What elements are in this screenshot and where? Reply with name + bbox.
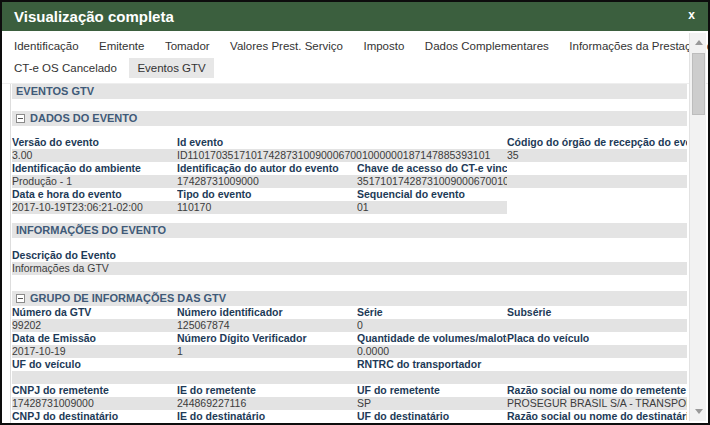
- field-label: UF do remetente: [357, 384, 507, 397]
- tab-row-2: CT-e OS Cancelado Eventos GTV: [6, 58, 684, 80]
- section-header-grupo-informacoes-gtv: GRUPO DE INFORMAÇÕES DAS GTV: [12, 291, 687, 306]
- field-label: Placa do veículo: [507, 332, 687, 345]
- spacer: [12, 275, 687, 291]
- section-title: DADOS DO EVENTO: [30, 111, 137, 126]
- field-value: 110170: [177, 201, 357, 214]
- field-value: 125067874: [177, 319, 357, 332]
- field-value: 3.00: [12, 149, 177, 162]
- field-labels-row: Data de Emissão Número Dígito Verificado…: [12, 332, 687, 345]
- field-value: 0.0000: [357, 345, 507, 358]
- field-label: UF do destinatário: [357, 410, 507, 423]
- field-values-row: 99202 125067874 0: [12, 319, 687, 332]
- field-label: Chave de acesso do CT-e vinculada ao eve…: [357, 162, 507, 175]
- scroll-down-icon[interactable]: [690, 403, 707, 419]
- field-label: CNPJ do destinatário: [12, 410, 177, 423]
- tab-cte-os-cancelado[interactable]: CT-e OS Cancelado: [6, 58, 125, 78]
- tab-eventos-gtv[interactable]: Eventos GTV: [129, 58, 213, 78]
- field-values-row: Produção - 1 17428731009000 351710174287…: [12, 175, 687, 188]
- field-label: Descrição do Evento: [12, 249, 177, 262]
- field-label: RNTRC do transportador: [357, 358, 507, 371]
- scroll-up-icon[interactable]: [690, 35, 707, 51]
- field-label: Número Dígito Verificador: [177, 332, 357, 345]
- field-label: Data de Emissão: [12, 332, 177, 345]
- collapse-minus-icon[interactable]: [16, 114, 25, 123]
- field-value: Produção - 1: [12, 175, 177, 188]
- field-value: SP: [357, 397, 507, 410]
- section-title: GRUPO DE INFORMAÇÕES DAS GTV: [30, 291, 226, 306]
- section-title: INFORMAÇÕES DO EVENTO: [16, 223, 166, 238]
- field-labels-row: CNPJ do remetente IE do remetente UF do …: [12, 384, 687, 397]
- tab-strip: Identificação Emitente Tomador Valores P…: [2, 31, 708, 80]
- field-value: 1: [177, 345, 357, 358]
- field-value: 2017-10-19T23:06:21-02:00: [12, 201, 177, 214]
- field-value: [357, 371, 507, 384]
- field-labels-row: Descrição do Evento: [12, 249, 687, 262]
- tab-emitente[interactable]: Emitente: [91, 36, 152, 56]
- field-label: UF do veículo: [12, 358, 177, 371]
- field-labels-row: Identificação do ambiente Identificação …: [12, 162, 687, 175]
- tab-imposto[interactable]: Imposto: [355, 36, 412, 56]
- field-values-row: 2017-10-19T23:06:21-02:00 110170 01: [12, 201, 687, 214]
- field-value: 17428731009000: [177, 175, 357, 188]
- field-value: 244869227116: [177, 397, 357, 410]
- field-labels-row: Versão do evento Id evento Código do órg…: [12, 136, 687, 149]
- field-value: 17428731009000: [12, 397, 177, 410]
- field-labels-row: Data e hora do evento Tipo do evento Seq…: [12, 188, 687, 201]
- field-labels-row: UF do veículo RNTRC do transportador: [12, 358, 687, 371]
- field-label: Número da GTV: [12, 306, 177, 319]
- close-icon[interactable]: x: [688, 8, 695, 22]
- field-value: Informações da GTV: [12, 262, 177, 275]
- field-label: Razão social ou nome do destinatário: [507, 410, 687, 423]
- field-value: 01: [357, 201, 507, 214]
- field-labels-row: CNPJ do destinatário IE do destinatário …: [12, 410, 687, 423]
- spacer: [12, 126, 687, 136]
- content-panel: EVENTOS GTV DADOS DO EVENTO Versão do ev…: [2, 83, 708, 425]
- field-label: CNPJ do remetente: [12, 384, 177, 397]
- section-header-eventos-gtv: EVENTOS GTV: [12, 84, 687, 99]
- section-title: EVENTOS GTV: [16, 84, 94, 99]
- field-label: Quantidade de volumes/malotes: [357, 332, 507, 345]
- field-label: IE do destinatário: [177, 410, 357, 423]
- field-value: 0: [357, 319, 507, 332]
- section-header-dados-do-evento: DADOS DO EVENTO: [12, 111, 687, 126]
- field-values-row: 17428731009000 244869227116 SP PROSEGUR …: [12, 397, 687, 410]
- field-values-row: [12, 371, 687, 384]
- tab-informacoes-prestacao-servico[interactable]: Informações da Prestação do Serviço: [561, 36, 710, 56]
- modal-title: Visualização completa: [14, 8, 174, 25]
- spacer: [12, 214, 687, 223]
- field-labels-row: Número da GTV Número identificador Série…: [12, 306, 687, 319]
- tab-valores-prest-servico[interactable]: Valores Prest. Serviço: [222, 36, 351, 56]
- spacer: [12, 99, 687, 111]
- field-value: 3517101742873100900067001000000187147885…: [357, 175, 507, 188]
- field-value: PROSEGUR BRASIL S/A - TRANSPORTADORA D: [507, 397, 687, 410]
- field-value: [507, 345, 687, 358]
- field-values-row: 3.00 ID110170351710174287310090006700100…: [12, 149, 687, 162]
- field-value: 99202: [12, 319, 177, 332]
- field-label: Subsérie: [507, 306, 687, 319]
- field-label: Identificação do autor do evento: [177, 162, 357, 175]
- scrollbar-thumb[interactable]: [692, 53, 705, 115]
- tab-tomador[interactable]: Tomador: [157, 36, 218, 56]
- spacer: [12, 238, 687, 249]
- field-label: Tipo do evento: [177, 188, 357, 201]
- field-label: Série: [357, 306, 507, 319]
- visualizacao-completa-modal: Visualização completa x Identificação Em…: [0, 0, 710, 425]
- field-value: 35: [507, 149, 687, 162]
- field-label: IE do remetente: [177, 384, 357, 397]
- field-label: Número identificador: [177, 306, 357, 319]
- modal-titlebar: Visualização completa x: [2, 2, 708, 31]
- field-label: Código do órgão de recepção do evento: [507, 136, 687, 149]
- collapse-minus-icon[interactable]: [16, 294, 25, 303]
- field-label: Versão do evento: [12, 136, 177, 149]
- section-header-informacoes-do-evento: INFORMAÇÕES DO EVENTO: [12, 223, 687, 238]
- tab-dados-complementares[interactable]: Dados Complementares: [417, 36, 557, 56]
- field-values-row: 2017-10-19 1 0.0000: [12, 345, 687, 358]
- field-label: Data e hora do evento: [12, 188, 177, 201]
- field-value: [12, 371, 177, 384]
- field-label: Identificação do ambiente: [12, 162, 177, 175]
- field-label: Razão social ou nome do remetente: [507, 384, 687, 397]
- tab-identificacao[interactable]: Identificação: [6, 36, 87, 56]
- field-value: [507, 319, 687, 332]
- vertical-scrollbar[interactable]: [689, 33, 706, 421]
- field-value: ID11017035171017428731009000670010000001…: [177, 149, 507, 162]
